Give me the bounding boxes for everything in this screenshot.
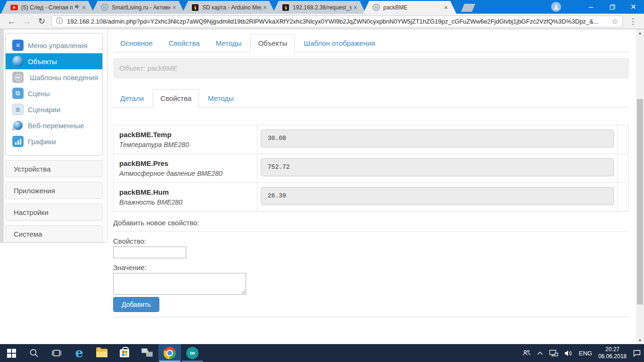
property-value-input[interactable]: 752.72 <box>261 158 614 176</box>
table-row: packBME.Temp Температура BME280 30.08 <box>114 125 629 154</box>
youtube-icon <box>10 4 18 11</box>
property-description: Влажность BME280 <box>119 198 251 206</box>
new-tab-button[interactable] <box>461 4 475 12</box>
scenarios-icon: ≣ <box>12 104 24 115</box>
tray-expand-chevron-icon[interactable] <box>537 351 543 355</box>
volume-icon[interactable] <box>564 350 573 357</box>
window-close-button[interactable]: ✕ <box>623 0 644 14</box>
windows-logo-icon <box>7 349 16 358</box>
language-indicator[interactable]: ENG <box>579 350 592 357</box>
sidebar-item-control-menu[interactable]: ≡ Меню управления <box>6 37 102 53</box>
scenes-icon: ⧉ <box>12 88 24 99</box>
tab-close-icon[interactable]: × <box>354 4 357 11</box>
remote-desktop-button[interactable] <box>136 344 158 362</box>
subtab-properties-active[interactable]: Свойства <box>153 89 199 107</box>
system-tray: ENG 20:27 06.06.2018 <box>522 344 641 362</box>
scroll-up-icon[interactable]: ▲ <box>636 29 644 37</box>
object-class-tabs: Основное Свойства Методы Объекты Шаблон … <box>113 34 629 52</box>
browser-menu-icon[interactable]: ⋮ <box>629 16 637 26</box>
charts-icon <box>12 136 24 147</box>
sidebar-item-behavior-templates[interactable]: M Шаблоны поведения <box>6 69 102 85</box>
subtab-methods[interactable]: Методы <box>201 90 241 107</box>
sidebar-section-system[interactable]: Система <box>5 225 103 242</box>
object-title-bar: Объект: packBME <box>113 58 629 79</box>
browser-tab-packbme-active[interactable]: M packBME × <box>363 1 456 14</box>
property-field-label: Свойство: <box>113 237 629 245</box>
clock[interactable]: 20:27 06.06.2018 <box>598 346 627 360</box>
tab-close-icon[interactable]: × <box>173 4 176 11</box>
scroll-down-icon[interactable]: ▼ <box>636 337 644 344</box>
network-icon[interactable] <box>549 350 558 357</box>
scrollbar-thumb[interactable] <box>637 99 643 304</box>
tab-objects-active[interactable]: Объекты <box>250 34 295 52</box>
majordomo-icon: M <box>372 4 380 11</box>
majordomo-icon: M <box>101 4 108 11</box>
chrome-taskbar-button[interactable] <box>158 344 181 362</box>
web-variables-icon: ⚙ <box>12 120 24 131</box>
sidebar-item-scenarios[interactable]: ≣ Сценарии <box>6 101 102 117</box>
url-text[interactable]: 192.168.2.108/admin.php?pd=Y2xhc3Nlczp7a… <box>67 18 609 25</box>
sidebar-item-scenes[interactable]: ⧉ Сцены <box>6 85 102 101</box>
address-bar[interactable]: ⓘ 192.168.2.108/admin.php?pd=Y2xhc3Nlczp… <box>51 16 623 27</box>
new-property-name-input[interactable] <box>113 247 186 258</box>
browser-titlebar: (5) След - Слепая пре × M SmartLiving.ru… <box>0 0 644 14</box>
subtab-details[interactable]: Детали <box>113 90 151 107</box>
reload-icon[interactable]: ↻ <box>38 16 45 26</box>
sidebar-item-charts[interactable]: Графики <box>6 133 102 149</box>
tab-display-template[interactable]: Шаблон отображения <box>297 34 382 52</box>
store-icon <box>120 349 129 357</box>
tab-methods[interactable]: Методы <box>209 34 249 52</box>
tab-close-icon[interactable]: × <box>444 4 448 11</box>
tab-close-icon[interactable]: × <box>82 4 86 11</box>
back-icon[interactable]: ← <box>7 16 16 26</box>
window-minimize-button[interactable]: – <box>580 0 602 14</box>
task-view-button[interactable] <box>45 344 68 362</box>
new-property-value-textarea[interactable] <box>113 273 246 295</box>
microsoft-store-button[interactable] <box>113 344 136 362</box>
arduino-ide-icon: ∞ <box>186 347 198 359</box>
tab-properties[interactable]: Свойства <box>162 34 207 52</box>
property-name: packBME.Temp <box>119 131 251 139</box>
start-button[interactable] <box>0 344 23 362</box>
behavior-templates-icon: M <box>12 72 24 83</box>
task-view-icon <box>51 349 62 357</box>
windows-taskbar: e ∞ ENG 20:27 06.06.2018 <box>0 344 644 362</box>
page-scrollbar[interactable]: ▲ ▼ <box>636 29 644 344</box>
property-description: Температура BME280 <box>119 141 251 148</box>
sidebar-section-settings[interactable]: Настройки <box>5 204 103 221</box>
tab-main[interactable]: Основное <box>113 34 160 52</box>
file-explorer-button[interactable] <box>91 344 113 362</box>
people-tray-icon[interactable] <box>522 349 531 357</box>
taskbar-search-button[interactable] <box>23 344 45 362</box>
tab-audio-icon[interactable] <box>74 4 80 11</box>
arduino-taskbar-button[interactable]: ∞ <box>181 344 204 362</box>
sidebar-item-web-variables[interactable]: ⚙ Веб-переменные <box>6 117 102 133</box>
bookmark-star-icon[interactable]: ☆ <box>611 17 618 26</box>
property-name: packBME.Hum <box>119 188 251 196</box>
browser-tab-request[interactable]: 192.168.2.36/request_sdca × <box>272 1 366 14</box>
browser-tab-smartliving[interactable]: M SmartLiving.ru - Активнь × <box>91 1 185 14</box>
arduino-icon <box>282 4 289 11</box>
tab-close-icon[interactable]: × <box>263 4 267 11</box>
property-value-input[interactable]: 26.39 <box>261 187 614 205</box>
table-row: packBME.Hum Влажность BME280 26.39 <box>114 183 629 212</box>
browser-toolbar: ← → ↻ ⓘ 192.168.2.108/admin.php?pd=Y2xhc… <box>0 14 644 29</box>
table-row: packBME.Pres Атмосферное давление BME280… <box>114 154 629 183</box>
window-restore-button[interactable] <box>602 0 623 14</box>
browser-profile-icon[interactable] <box>551 2 561 12</box>
action-center-icon[interactable] <box>633 349 641 357</box>
page-info-icon[interactable]: ⓘ <box>56 17 63 25</box>
browser-tab-arduino-sd[interactable]: SD карта - Arduino Mega × <box>182 1 275 14</box>
sidebar-section-applications[interactable]: Приложения <box>5 182 103 199</box>
add-property-button[interactable]: Добавить <box>113 297 159 312</box>
clock-date: 06.06.2018 <box>598 353 627 360</box>
browser-tab-youtube[interactable]: (5) След - Слепая пре × <box>1 1 94 14</box>
edge-icon: e <box>75 347 83 359</box>
hamburger-icon: ≡ <box>12 40 24 51</box>
sidebar-section-devices[interactable]: Устройства <box>5 160 103 177</box>
edge-taskbar-button[interactable]: e <box>68 344 91 362</box>
property-value-input[interactable]: 30.08 <box>261 130 614 148</box>
sidebar-item-objects[interactable]: Объекты <box>6 53 102 69</box>
property-description: Атмосферное давление BME280 <box>119 170 251 177</box>
value-field-label: Значение: <box>113 263 629 272</box>
